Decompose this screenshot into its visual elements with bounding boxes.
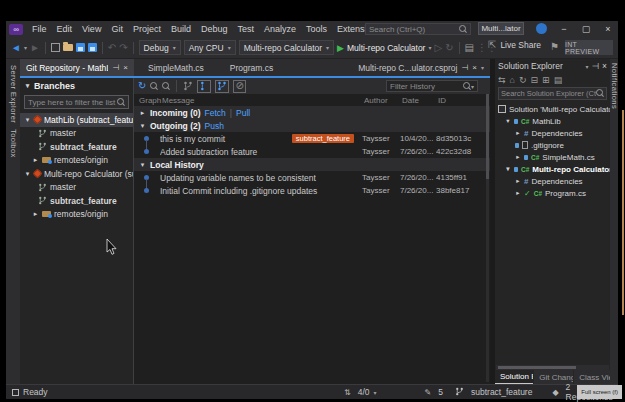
chevron-down-icon[interactable]: ▾ xyxy=(481,64,484,71)
collapsed-icon[interactable]: ▸ xyxy=(515,153,521,161)
collapsed-icon[interactable]: ▸ xyxy=(515,177,521,185)
pending-edits-count[interactable]: 5 xyxy=(438,387,443,397)
branch-tree-master-2[interactable]: master xyxy=(20,181,133,195)
menu-build[interactable]: Build xyxy=(166,24,196,34)
column-id[interactable]: ID xyxy=(436,96,482,105)
properties-icon[interactable]: ▤ xyxy=(554,75,563,85)
dependencies-node[interactable]: ▸ Dependencies xyxy=(495,127,610,139)
pin-icon[interactable]: ⊣ xyxy=(592,61,599,71)
solution-explorer-search-input[interactable]: Search Solution Explorer (Ctrl+;) xyxy=(498,87,607,100)
current-branch[interactable]: subtract_feature xyxy=(471,387,532,397)
close-icon[interactable]: × xyxy=(472,63,477,72)
startup-project-dropdown[interactable]: Multi-repo Calculator▾ xyxy=(239,40,334,55)
collapsed-icon[interactable]: ▸ xyxy=(515,129,521,137)
live-share-button[interactable]: ⇱ Live Share xyxy=(488,40,541,50)
close-icon[interactable]: × xyxy=(123,63,128,72)
column-message[interactable]: Message xyxy=(160,96,362,105)
menu-project[interactable]: Project xyxy=(128,24,166,34)
pin-icon[interactable]: ⊣ xyxy=(112,63,119,72)
collapse-all-icon[interactable]: ⊟ xyxy=(531,75,539,85)
menu-test[interactable]: Test xyxy=(232,24,259,34)
sync-with-active-document-icon[interactable]: ↻ xyxy=(519,75,527,85)
minimize-button[interactable]: − xyxy=(554,21,574,36)
history-scrollbar[interactable] xyxy=(486,94,489,382)
branch-tree-repo-calculator[interactable]: ▾ Multi-repo Calculator (su... xyxy=(20,167,133,181)
menu-file[interactable]: File xyxy=(27,24,52,34)
branch-tree-remotes-origin-2[interactable]: ▸ remotes/origin xyxy=(20,208,133,222)
save-all-icon[interactable] xyxy=(88,43,97,52)
tab-csproj[interactable]: Multi-repo C...ulator.csproj ⊣ × ▾ xyxy=(352,59,490,76)
start-without-debugging-icon[interactable]: ▷ xyxy=(434,43,442,53)
expand-icon[interactable]: ▾ xyxy=(139,161,146,169)
solution-configuration-dropdown[interactable]: Debug▾ xyxy=(139,40,181,55)
show-all-branches-toggle[interactable] xyxy=(215,80,229,93)
branches-header[interactable]: ▾ Branches xyxy=(20,78,133,93)
fetch-link[interactable]: Fetch xyxy=(205,108,226,118)
sync-arrows-icon[interactable]: ⇅ xyxy=(344,388,351,397)
save-icon[interactable] xyxy=(76,43,85,52)
home-icon[interactable]: ⌂ xyxy=(510,75,515,85)
branch-tree-subtract-feature-2[interactable]: subtract_feature xyxy=(20,194,133,208)
solution-node[interactable]: Solution 'Multi-repo Calculator' (2 xyxy=(495,103,610,115)
attach-icon[interactable]: ▤ xyxy=(465,43,474,53)
gitignore-node[interactable]: .gitignore xyxy=(495,139,610,151)
commit-row[interactable]: Initial Commit including .gitignore upda… xyxy=(134,184,490,197)
history-filter-input[interactable]: Filter History ▾ xyxy=(386,80,478,92)
compare-branch-icon[interactable] xyxy=(183,81,193,91)
navigate-back-icon[interactable]: ◄ xyxy=(11,43,21,53)
feedback-icon[interactable]: ⚑ xyxy=(550,42,559,52)
toolbox-side-tab[interactable]: Toolbox xyxy=(9,129,18,158)
solution-explorer-titlebar[interactable]: Solution Explorer ▾ ⊣ × xyxy=(495,59,610,73)
start-debugging-button[interactable]: ▶ Multi-repo Calculator ▾ xyxy=(337,43,431,53)
refresh-icon[interactable]: ↻ xyxy=(138,81,146,91)
collapsed-icon[interactable]: ▸ xyxy=(139,109,146,117)
collapsed-icon[interactable]: ▸ xyxy=(32,210,39,218)
switch-views-icon[interactable]: ⇆ xyxy=(498,75,506,85)
column-author[interactable]: Author xyxy=(362,96,400,105)
branch-filter-input[interactable]: Type here to filter the list xyxy=(24,95,129,109)
clear-filter-icon[interactable]: ⊘ xyxy=(233,80,245,93)
push-link[interactable]: Push xyxy=(205,121,224,131)
commit-row[interactable]: Updating variable names to be consistent… xyxy=(134,171,490,184)
dependencies-node-2[interactable]: ▸ Dependencies xyxy=(495,175,610,187)
pull-link[interactable]: Pull xyxy=(236,108,250,118)
project-node-mathlib[interactable]: ▾ MathLib xyxy=(495,115,610,127)
expand-icon[interactable]: ▾ xyxy=(139,122,146,130)
solution-platform-dropdown[interactable]: Any CPU▾ xyxy=(184,40,236,55)
collapsed-icon[interactable]: ▸ xyxy=(515,189,521,197)
chevron-down-icon[interactable]: ▾ xyxy=(586,63,589,70)
branch-tree-subtract-feature[interactable]: subtract_feature xyxy=(20,140,133,154)
open-folder-icon[interactable] xyxy=(63,44,73,51)
menu-view[interactable]: View xyxy=(77,24,106,34)
incoming-section-row[interactable]: ▸ Incoming (0) Fetch | Pull xyxy=(134,106,490,119)
quick-search-box[interactable]: Search (Ctrl+Q) xyxy=(365,23,471,35)
branch-tag[interactable]: subtract_feature xyxy=(292,134,354,143)
menu-debug[interactable]: Debug xyxy=(196,24,233,34)
branch-tree-repo-mathlib[interactable]: ▾ MathLib (subtract_feature) xyxy=(20,113,133,127)
program-node[interactable]: ▸ Program.cs xyxy=(495,187,610,199)
column-date[interactable]: Date xyxy=(400,96,436,105)
commit-row[interactable]: this is my commit subtract_feature Tayss… xyxy=(134,132,490,145)
outgoing-section-row[interactable]: ▾ Outgoing (2) Push xyxy=(134,119,490,132)
expand-icon[interactable]: ▾ xyxy=(505,117,511,125)
expand-icon[interactable]: ▾ xyxy=(505,165,511,173)
menu-tools[interactable]: Tools xyxy=(301,24,332,34)
solution-explorer-hscrollbar[interactable] xyxy=(496,365,609,370)
user-avatar[interactable] xyxy=(536,23,547,34)
maximize-button[interactable]: ▢ xyxy=(576,21,596,36)
local-history-section-row[interactable]: ▾ Local History xyxy=(134,158,490,171)
tab-solution-explorer[interactable]: Solution E... xyxy=(495,370,533,384)
show-first-parent-toggle[interactable] xyxy=(197,80,211,93)
branch-tree-master[interactable]: master xyxy=(20,127,133,141)
menu-analyze[interactable]: Analyze xyxy=(259,24,301,34)
navigate-back-dropdown-icon[interactable]: ▾ xyxy=(24,44,27,51)
close-icon[interactable]: × xyxy=(602,61,607,71)
sync-count[interactable]: 4/0 xyxy=(358,387,370,397)
tab-simplemath[interactable]: SimpleMath.cs xyxy=(142,59,210,76)
pencil-icon[interactable]: ✎ xyxy=(425,388,432,397)
column-graph[interactable]: Graph xyxy=(134,96,160,105)
zoom-out-icon[interactable] xyxy=(150,82,158,91)
commit-row[interactable]: Added subtraction feature Taysser 7/26/2… xyxy=(134,145,490,158)
server-explorer-side-tab[interactable]: Server Explorer xyxy=(9,65,18,123)
notifications-side-tab[interactable]: Notifications xyxy=(610,63,619,109)
